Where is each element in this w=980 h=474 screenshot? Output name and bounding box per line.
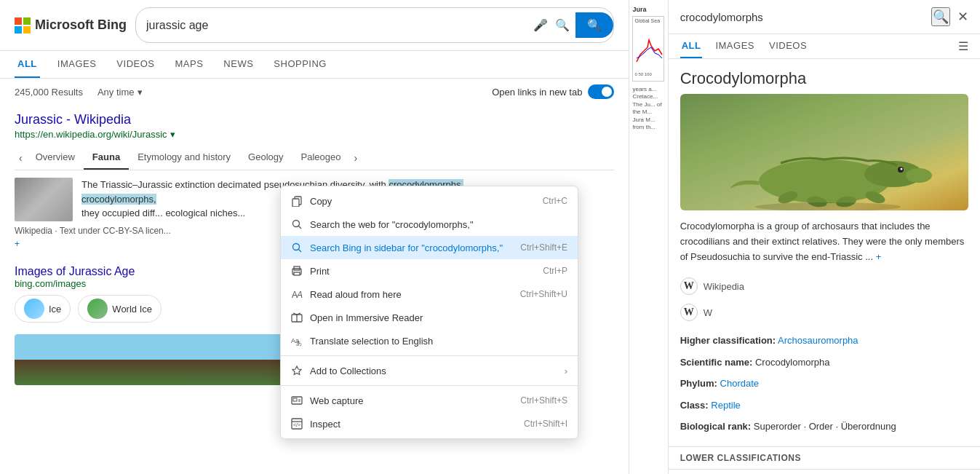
wiki-tab-etymology[interactable]: Etymology and history xyxy=(129,146,239,170)
ctx-translate-label: Translate selection to English xyxy=(310,336,567,347)
croco-description: Crocodylomorpha is a group of archosaurs… xyxy=(669,210,980,273)
chip-ice[interactable]: Ice xyxy=(15,295,71,323)
ctx-collections[interactable]: Add to Collections › xyxy=(281,359,578,382)
logo-blue xyxy=(15,26,22,33)
sidebar-search-input[interactable] xyxy=(680,11,924,23)
sidebar-tab-videos[interactable]: VIDEOS xyxy=(768,34,808,58)
chip-world-icon xyxy=(87,299,108,319)
sidebar-search-button[interactable]: 🔍 xyxy=(931,7,950,26)
croco-more-link[interactable]: + xyxy=(876,251,882,262)
fact-higher-class-value[interactable]: Archosauromorpha xyxy=(778,335,859,346)
fact-phylum-value[interactable]: Chordate xyxy=(720,378,759,389)
svg-text:あ: あ xyxy=(296,340,302,347)
ctx-search-web[interactable]: Search the web for "crocodylomorphs," xyxy=(281,213,578,236)
ctx-immersive-reader[interactable]: Open in Immersive Reader xyxy=(281,306,578,329)
wiki-tab-prev-arrow[interactable]: ‹ xyxy=(15,149,27,167)
wiki-tab-paleogeo[interactable]: Paleogeo xyxy=(292,146,349,170)
inspect-icon: </> xyxy=(291,418,303,430)
bing-sidebar-search-icon xyxy=(291,242,303,253)
results-meta: 245,000 Results Any time ▾ Open links in… xyxy=(0,79,629,105)
search-input[interactable] xyxy=(146,19,527,32)
logo-yellow xyxy=(23,26,31,33)
ctx-copy[interactable]: Copy Ctrl+C xyxy=(281,189,578,213)
sidebar-menu-icon[interactable]: ☰ xyxy=(958,39,968,53)
ctx-read-aloud[interactable]: AA Read aloud from here Ctrl+Shift+U xyxy=(281,283,578,306)
svg-point-24 xyxy=(906,168,932,183)
immersive-reader-icon xyxy=(291,312,303,323)
result-highlighted-text-2: crocodylomorphs, xyxy=(81,194,156,205)
wiki-tab-overview[interactable]: Overview xyxy=(27,146,84,170)
wiki-tab-geology[interactable]: Geology xyxy=(239,146,292,170)
main-area: Microsoft Bing 🎤 🔍 🔍 ALL IMAGES VIDEOS M… xyxy=(0,0,629,474)
collections-icon xyxy=(291,365,303,376)
results-count: 245,000 Results xyxy=(15,87,83,98)
wiki-source-2: W W xyxy=(669,299,980,325)
images-title-link[interactable]: Images of Jurassic Age xyxy=(15,265,135,277)
wiki-source-label: Wikipedia xyxy=(704,281,744,292)
chip-world-label: World Ice xyxy=(112,304,152,315)
svg-line-5 xyxy=(299,250,302,253)
microphone-icon[interactable]: 🎤 xyxy=(533,18,548,32)
context-menu: Copy Ctrl+C Search the web for "crocodyl… xyxy=(280,186,578,439)
sidebar-tab-all[interactable]: ALL xyxy=(680,34,703,58)
ctx-divider-1 xyxy=(281,355,578,356)
svg-rect-8 xyxy=(294,272,300,275)
ctx-collections-arrow: › xyxy=(565,366,567,376)
tab-maps[interactable]: MAPS xyxy=(172,51,206,78)
lower-classifications-header: LOWER CLASSIFICATIONS xyxy=(669,446,980,469)
mid-panel-title: Jura xyxy=(632,6,664,13)
time-filter-button[interactable]: Any time ▾ xyxy=(97,87,143,98)
sidebar-close-button[interactable]: ✕ xyxy=(957,9,968,25)
ctx-inspect[interactable]: </> Inspect Ctrl+Shift+I xyxy=(281,412,578,435)
ctx-print-label: Print xyxy=(310,266,535,277)
toggle-switch[interactable] xyxy=(588,84,614,99)
attribution-text: Wikipedia · Text under CC-BY-SA licen... xyxy=(15,226,171,236)
tab-videos[interactable]: VIDEOS xyxy=(113,51,157,78)
sidebar-tab-images[interactable]: IMAGES xyxy=(714,34,756,58)
open-sidebar-bar: b Open in new tab xyxy=(669,469,980,474)
tab-images[interactable]: IMAGES xyxy=(55,51,100,78)
fact-class-value[interactable]: Reptile xyxy=(711,400,740,411)
fact-bio-rank-value: Superorder · Order · Überordnung xyxy=(754,421,896,432)
wiki-tab-next-arrow[interactable]: › xyxy=(349,149,362,167)
fact-class: Class: Reptile xyxy=(680,395,968,416)
camera-icon[interactable]: 🔍 xyxy=(555,18,570,32)
search-bar[interactable]: 🎤 🔍 🔍 xyxy=(135,7,614,43)
chip-world-ice[interactable]: World Ice xyxy=(78,295,162,323)
fact-scientific-name: Scientific name: Crocodylomorpha xyxy=(680,352,968,374)
ctx-bing-sidebar-label: Search Bing in sidebar for "crocodylomor… xyxy=(310,242,513,253)
tab-news[interactable]: NEWS xyxy=(220,51,256,78)
copy-icon xyxy=(291,195,303,207)
tab-shopping[interactable]: SHOPPING xyxy=(271,51,330,78)
search-web-icon xyxy=(291,218,303,230)
ctx-print-shortcut: Ctrl+P xyxy=(543,266,567,276)
ctx-read-aloud-shortcut: Ctrl+Shift+U xyxy=(520,289,567,299)
ctx-print[interactable]: Print Ctrl+P xyxy=(281,259,578,283)
ctx-inspect-label: Inspect xyxy=(310,419,517,430)
logo-text: Microsoft Bing xyxy=(35,17,127,33)
search-submit-button[interactable]: 🔍 xyxy=(575,12,613,38)
url-dropdown-icon[interactable]: ▾ xyxy=(170,129,175,140)
bing-logo-grid xyxy=(15,17,31,33)
croco-desc-text: Crocodylomorpha is a group of archosaurs… xyxy=(680,221,965,262)
open-links-toggle: Open links in new tab xyxy=(492,84,614,99)
croco-image-box xyxy=(680,94,968,210)
ctx-webcapture[interactable]: Web capture Ctrl+Shift+S xyxy=(281,389,578,412)
landscape-image xyxy=(15,334,291,385)
ctx-bing-sidebar-shortcut: Ctrl+Shift+E xyxy=(520,242,567,253)
ctx-search-bing-sidebar[interactable]: Search Bing in sidebar for "crocodylomor… xyxy=(281,236,578,259)
sidebar-nav: ALL IMAGES VIDEOS ☰ xyxy=(669,34,980,59)
tab-all[interactable]: ALL xyxy=(15,51,40,78)
fact-higher-class-label: Higher classification: xyxy=(680,335,776,346)
wiki-tab-fauna[interactable]: Fauna xyxy=(84,146,129,170)
mid-panel-chart: Global Sea 0 50 100 xyxy=(632,16,664,82)
fact-higher-classification: Higher classification: Archosauromorpha xyxy=(680,330,968,352)
ctx-translate[interactable]: Aaあ Translate selection to English xyxy=(281,329,578,352)
fact-sci-name-label: Scientific name: xyxy=(680,357,753,368)
sidebar-search: 🔍 ✕ xyxy=(669,0,980,34)
ctx-search-web-label: Search the web for "crocodylomorphs," xyxy=(310,219,567,230)
result-thumb-image xyxy=(15,178,73,221)
result-title-link[interactable]: Jurassic - Wikipedia xyxy=(15,112,131,127)
result-url: https://en.wikipedia.org/wiki/Jurassic ▾ xyxy=(15,129,614,140)
ctx-immersive-label: Open in Immersive Reader xyxy=(310,312,567,323)
